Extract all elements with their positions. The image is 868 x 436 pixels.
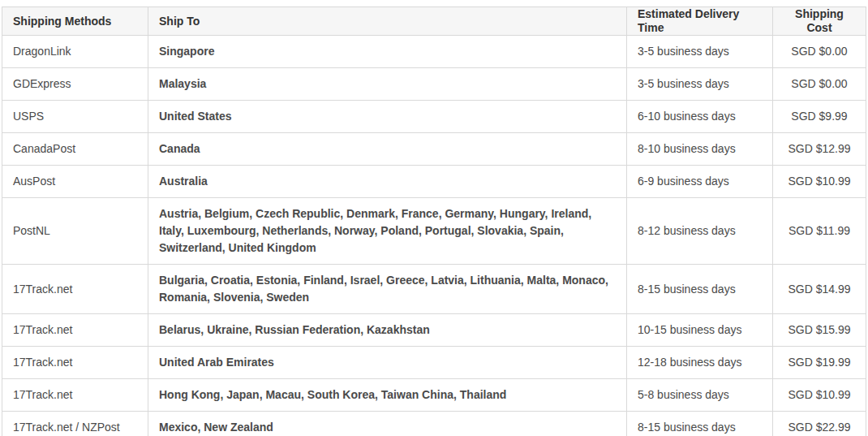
- shipping-cost-cell: SGD $10.99: [773, 166, 866, 198]
- shipping-method-cell: 17Track.net: [2, 379, 148, 412]
- shipping-method-cell: PostNL: [2, 198, 148, 265]
- ship-to-cell: Singapore: [148, 36, 627, 68]
- ship-to-cell: Belarus, Ukraine, Russian Federation, Ka…: [148, 314, 627, 347]
- column-header-estimated-delivery-time: Estimated Delivery Time: [627, 7, 773, 36]
- ship-to-cell: United States: [148, 101, 627, 133]
- delivery-time-cell: 8-15 business days: [627, 265, 773, 314]
- delivery-time-cell: 6-10 business days: [627, 101, 773, 133]
- page: Shipping Methods Ship To Estimated Deliv…: [0, 0, 868, 436]
- delivery-time-cell: 12-18 business days: [627, 347, 773, 379]
- column-header-ship-to: Ship To: [148, 7, 627, 36]
- shipping-method-cell: GDExpress: [2, 68, 148, 101]
- delivery-time-cell: 8-10 business days: [627, 133, 773, 166]
- shipping-cost-cell: SGD $12.99: [773, 133, 866, 166]
- table-row: 17Track.net / NZPost Mexico, New Zealand…: [2, 412, 866, 436]
- table-header: Shipping Methods Ship To Estimated Deliv…: [2, 7, 866, 36]
- table-row: PostNL Austria, Belgium, Czech Republic,…: [2, 198, 866, 265]
- shipping-table-container: Shipping Methods Ship To Estimated Deliv…: [0, 0, 868, 436]
- table-row: 17Track.net Bulgaria, Croatia, Estonia, …: [2, 265, 866, 314]
- shipping-method-cell: 17Track.net: [2, 347, 148, 379]
- ship-to-cell: Australia: [148, 166, 627, 198]
- shipping-method-cell: 17Track.net / NZPost: [2, 412, 148, 436]
- ship-to-cell: Austria, Belgium, Czech Republic, Denmar…: [148, 198, 627, 265]
- header-row: Shipping Methods Ship To Estimated Deliv…: [2, 7, 866, 36]
- ship-to-cell: Bulgaria, Croatia, Estonia, Finland, Isr…: [148, 265, 627, 314]
- table-row: 17Track.net Hong Kong, Japan, Macau, Sou…: [2, 379, 866, 412]
- shipping-method-cell: DragonLink: [2, 36, 148, 68]
- table-row: USPS United States 6-10 business days SG…: [2, 101, 866, 133]
- shipping-method-cell: AusPost: [2, 166, 148, 198]
- shipping-rates-table: Shipping Methods Ship To Estimated Deliv…: [2, 6, 866, 436]
- shipping-cost-cell: SGD $14.99: [773, 265, 866, 314]
- shipping-method-cell: CanadaPost: [2, 133, 148, 166]
- shipping-cost-cell: SGD $0.00: [773, 36, 866, 68]
- table-row: 17Track.net United Arab Emirates 12-18 b…: [2, 347, 866, 379]
- shipping-cost-cell: SGD $15.99: [773, 314, 866, 347]
- delivery-time-cell: 8-12 business days: [627, 198, 773, 265]
- shipping-method-cell: 17Track.net: [2, 314, 148, 347]
- table-row: DragonLink Singapore 3-5 business days S…: [2, 36, 866, 68]
- shipping-cost-cell: SGD $9.99: [773, 101, 866, 133]
- delivery-time-cell: 3-5 business days: [627, 36, 773, 68]
- delivery-time-cell: 6-9 business days: [627, 166, 773, 198]
- table-row: AusPost Australia 6-9 business days SGD …: [2, 166, 866, 198]
- shipping-method-cell: 17Track.net: [2, 265, 148, 314]
- delivery-time-cell: 10-15 business days: [627, 314, 773, 347]
- column-header-shipping-methods: Shipping Methods: [2, 7, 148, 36]
- shipping-cost-cell: SGD $11.99: [773, 198, 866, 265]
- shipping-cost-cell: SGD $10.99: [773, 379, 866, 412]
- shipping-method-cell: USPS: [2, 101, 148, 133]
- shipping-cost-cell: SGD $19.99: [773, 347, 866, 379]
- shipping-cost-cell: SGD $22.99: [773, 412, 866, 436]
- delivery-time-cell: 3-5 business days: [627, 68, 773, 101]
- table-row: 17Track.net Belarus, Ukraine, Russian Fe…: [2, 314, 866, 347]
- ship-to-cell: Mexico, New Zealand: [148, 412, 627, 436]
- table-row: GDExpress Malaysia 3-5 business days SGD…: [2, 68, 866, 101]
- shipping-cost-cell: SGD $0.00: [773, 68, 866, 101]
- column-header-shipping-cost: Shipping Cost: [773, 7, 866, 36]
- table-row: CanadaPost Canada 8-10 business days SGD…: [2, 133, 866, 166]
- ship-to-cell: Malaysia: [148, 68, 627, 101]
- delivery-time-cell: 8-15 business days: [627, 412, 773, 436]
- delivery-time-cell: 5-8 business days: [627, 379, 773, 412]
- table-body: DragonLink Singapore 3-5 business days S…: [2, 36, 866, 436]
- ship-to-cell: Hong Kong, Japan, Macau, South Korea, Ta…: [148, 379, 627, 412]
- ship-to-cell: Canada: [148, 133, 627, 166]
- ship-to-cell: United Arab Emirates: [148, 347, 627, 379]
